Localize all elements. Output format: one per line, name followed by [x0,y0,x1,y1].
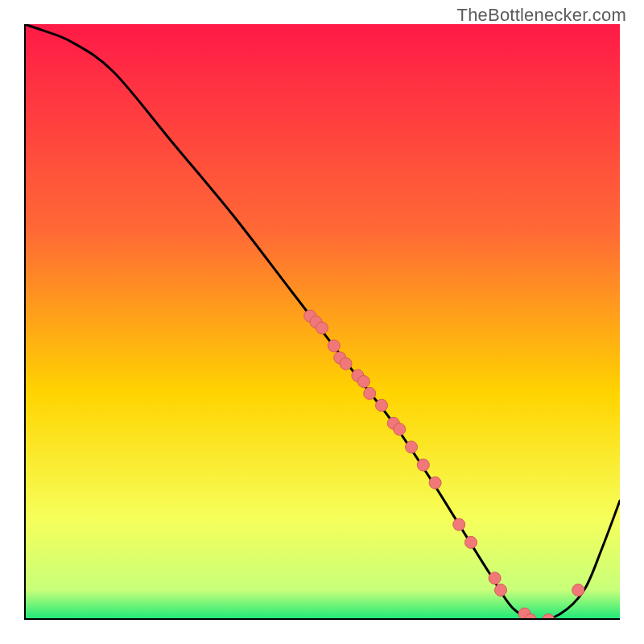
chart-stage: TheBottlenecker.com [0,0,644,644]
sample-dot [495,584,507,597]
sample-dot [357,376,369,388]
watermark-text: TheBottlenecker.com [457,5,626,26]
chart-svg [24,24,620,620]
sample-dot [364,387,376,399]
sample-dot [453,518,465,530]
sample-dot [417,459,429,471]
sample-dot [328,340,340,352]
sample-dot [465,536,477,548]
sample-dot [406,441,418,453]
sample-dot [572,584,584,597]
sample-dot [394,423,406,436]
sample-dot [429,477,441,489]
sample-dot [376,399,388,411]
sample-dot [340,357,352,369]
sample-dot [316,322,328,334]
sample-dot [489,572,501,584]
plot-area [24,24,620,620]
